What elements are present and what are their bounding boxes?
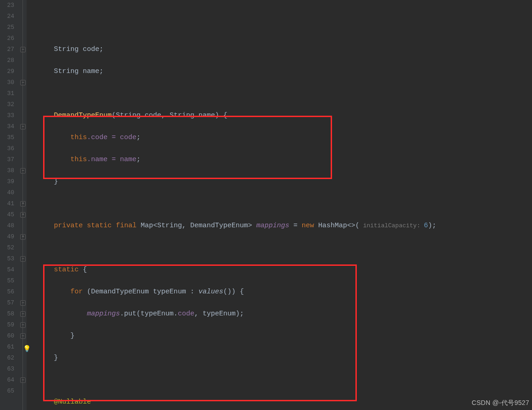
code-line[interactable]: } bbox=[38, 331, 528, 342]
line-number: 31 bbox=[0, 88, 14, 99]
line-number: 64 bbox=[0, 375, 14, 386]
line-number: 29 bbox=[0, 66, 14, 77]
fold-toggle-icon[interactable]: + bbox=[20, 212, 26, 218]
code-line[interactable]: DemandTypeEnum(String code, String name)… bbox=[38, 110, 528, 121]
line-number: 54 bbox=[0, 264, 14, 275]
line-number: 61 bbox=[0, 342, 14, 353]
code-line[interactable]: for (DemandTypeEnum typeEnum : values())… bbox=[38, 286, 528, 298]
fold-toggle-icon[interactable]: − bbox=[20, 124, 26, 129]
code-line[interactable] bbox=[38, 22, 528, 33]
code-line[interactable]: String code; bbox=[38, 44, 528, 55]
fold-toggle-icon[interactable]: + bbox=[20, 201, 26, 207]
code-line[interactable]: this.name = name; bbox=[38, 154, 528, 165]
code-line[interactable] bbox=[38, 242, 528, 253]
line-number: 27 bbox=[0, 44, 14, 55]
code-line[interactable] bbox=[38, 88, 528, 99]
line-number: 24 bbox=[0, 11, 14, 22]
line-number: 33 bbox=[0, 110, 14, 121]
code-line[interactable] bbox=[38, 375, 528, 386]
line-number: 48 bbox=[0, 220, 14, 231]
line-number: 37 bbox=[0, 154, 14, 165]
line-number: 32 bbox=[0, 99, 14, 110]
line-number: 53 bbox=[0, 253, 14, 264]
code-line[interactable]: private static final Map<String, DemandT… bbox=[38, 220, 528, 231]
line-number: 57 bbox=[0, 298, 14, 309]
line-number: 39 bbox=[0, 176, 14, 187]
line-number: 60 bbox=[0, 331, 14, 342]
fold-toggle-icon[interactable]: − bbox=[20, 333, 26, 339]
fold-toggle-icon[interactable]: − bbox=[20, 377, 26, 383]
code-line[interactable]: } bbox=[38, 353, 528, 364]
code-area[interactable]: String code; String name; DemandTypeEnum… bbox=[27, 0, 532, 410]
code-line[interactable]: String name; bbox=[38, 66, 528, 77]
code-line[interactable]: @Nullable bbox=[38, 397, 528, 408]
line-number: 59 bbox=[0, 320, 14, 331]
code-line[interactable]: static { bbox=[38, 264, 528, 275]
fold-toggle-icon[interactable]: − bbox=[20, 80, 26, 85]
line-number: 28 bbox=[0, 55, 14, 66]
parameter-hint: initialCapacity: bbox=[360, 222, 424, 229]
code-line[interactable]: this.code = code; bbox=[38, 132, 528, 143]
line-number: 55 bbox=[0, 275, 14, 286]
line-number: 34 bbox=[0, 121, 14, 132]
line-number: 40 bbox=[0, 187, 14, 198]
line-number: 41 bbox=[0, 198, 14, 209]
fold-toggle-icon[interactable]: − bbox=[20, 300, 26, 306]
fold-toggle-icon[interactable]: − bbox=[20, 311, 26, 317]
intention-bulb-icon[interactable]: 💡 bbox=[23, 343, 31, 354]
line-number: 45 bbox=[0, 209, 14, 220]
line-number: 65 bbox=[0, 386, 14, 397]
fold-toggle-icon[interactable]: − bbox=[20, 168, 26, 174]
line-number: 25 bbox=[0, 22, 14, 33]
code-line[interactable]: } bbox=[38, 176, 528, 187]
watermark: CSDN @-代号9527 bbox=[472, 397, 529, 408]
line-number: 35 bbox=[0, 132, 14, 143]
fold-toggle-icon[interactable]: − bbox=[20, 256, 26, 262]
line-number: 62 bbox=[0, 353, 14, 364]
fold-toggle-icon[interactable]: − bbox=[20, 322, 26, 328]
line-number: 58 bbox=[0, 309, 14, 320]
code-editor: 2324252627282930313233343536373839404145… bbox=[0, 0, 532, 410]
code-line[interactable] bbox=[38, 198, 528, 209]
code-line[interactable]: mappings.put(typeEnum.code, typeEnum); bbox=[38, 309, 528, 320]
line-number-gutter: 2324252627282930313233343536373839404145… bbox=[0, 0, 19, 410]
line-number: 52 bbox=[0, 242, 14, 253]
line-number: 36 bbox=[0, 143, 14, 154]
fold-toggle-icon[interactable]: + bbox=[20, 234, 26, 240]
line-number: 63 bbox=[0, 364, 14, 375]
line-number: 30 bbox=[0, 77, 14, 88]
line-number: 56 bbox=[0, 286, 14, 298]
line-number: 23 bbox=[0, 0, 14, 11]
line-number: 26 bbox=[0, 33, 14, 44]
fold-toggle-icon[interactable]: − bbox=[20, 47, 26, 52]
line-number: 49 bbox=[0, 231, 14, 242]
line-number: 38 bbox=[0, 165, 14, 176]
